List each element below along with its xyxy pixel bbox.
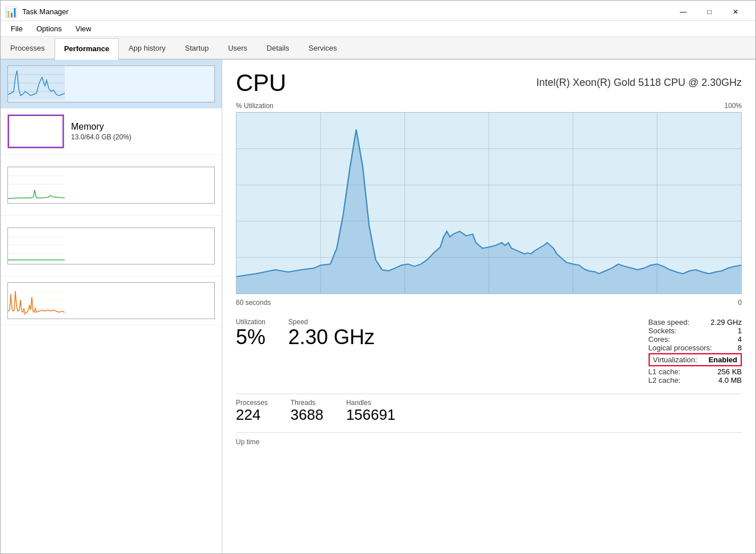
processes-value: 224 xyxy=(236,407,268,423)
maximize-button[interactable]: □ xyxy=(696,3,722,20)
speed-value: 2.30 GHz xyxy=(288,326,375,349)
sidebar-item-cpu[interactable]: CPU 5% 2.30 GHz xyxy=(1,60,222,109)
minimize-button[interactable]: — xyxy=(670,3,696,20)
tab-startup[interactable]: Startup xyxy=(175,37,218,59)
cores-value: 4 xyxy=(738,335,742,344)
threads-label: Threads xyxy=(290,399,323,407)
menu-file[interactable]: File xyxy=(5,23,28,34)
app-icon: 📊 xyxy=(5,6,18,18)
detail-subtitle: Intel(R) Xeon(R) Gold 5118 CPU @ 2.30GHz xyxy=(537,71,742,89)
tab-processes[interactable]: Processes xyxy=(1,37,55,59)
sidebar-item-disk1[interactable]: Disk 1 (D:) HDD 0% xyxy=(1,216,222,276)
handles-value: 156691 xyxy=(346,407,396,423)
chart-label-row-top: % Utilization 100% xyxy=(236,102,742,110)
base-speed-value: 2.29 GHz xyxy=(711,318,742,326)
memory-detail: 13.0/64.0 GB (20%) xyxy=(71,133,215,141)
memory-name: Memory xyxy=(71,122,215,132)
info-l2-cache: L2 cache: 4.0 MB xyxy=(649,376,742,385)
title-bar-left: 📊 Task Manager xyxy=(5,6,69,18)
sidebar: CPU 5% 2.30 GHz Memory 13.0/64.0 GB (20%… xyxy=(1,60,222,553)
ethernet-thumbnail xyxy=(7,282,215,319)
speed-label: Speed xyxy=(288,318,375,326)
cpu-chart xyxy=(236,112,742,294)
sidebar-item-memory[interactable]: Memory 13.0/64.0 GB (20%) xyxy=(1,109,222,155)
detail-title: CPU xyxy=(236,71,286,95)
tab-details[interactable]: Details xyxy=(257,37,299,59)
handles-block: Handles 156691 xyxy=(346,399,396,423)
disk1-thumbnail xyxy=(7,228,215,264)
info-sockets: Sockets: 1 xyxy=(649,326,742,335)
disk0-thumbnail xyxy=(7,167,215,204)
info-logical-processors: Logical processors: 8 xyxy=(649,344,742,352)
chart-bottom-row: 60 seconds 0 xyxy=(236,299,742,307)
info-base-speed: Base speed: 2.29 GHz xyxy=(649,318,742,326)
uptime-label: Up time xyxy=(236,438,259,446)
info-cores: Cores: 4 xyxy=(649,335,742,344)
chart-y-label: % Utilization xyxy=(236,102,273,110)
info-virtualization: Virtualization: Enabled xyxy=(649,353,742,366)
memory-thumbnail xyxy=(7,114,64,148)
stats-row-2: Processes 224 Threads 3688 Handles 15669… xyxy=(236,394,742,423)
detail-header: CPU Intel(R) Xeon(R) Gold 5118 CPU @ 2.3… xyxy=(236,71,742,95)
processes-block: Processes 224 xyxy=(236,399,268,423)
virtualization-value: Enabled xyxy=(708,355,737,364)
utilization-value: 5% xyxy=(236,326,265,349)
window-title: Task Manager xyxy=(22,7,69,16)
menu-options[interactable]: Options xyxy=(31,23,68,34)
logical-processors-label: Logical processors: xyxy=(649,344,712,352)
virtualization-label: Virtualization: xyxy=(653,355,697,364)
tab-performance[interactable]: Performance xyxy=(55,38,119,60)
sidebar-item-ethernet[interactable]: Ethernet Ethernet 3 S: 144 R: 64.0 Kbps xyxy=(1,276,222,325)
main-content: CPU 5% 2.30 GHz Memory 13.0/64.0 GB (20%… xyxy=(1,60,755,553)
handles-label: Handles xyxy=(346,399,396,407)
base-speed-label: Base speed: xyxy=(649,318,689,326)
utilization-block: Utilization 5% xyxy=(236,318,265,385)
threads-block: Threads 3688 xyxy=(290,399,323,423)
menu-bar: File Options View xyxy=(1,21,755,37)
chart-y-max: 100% xyxy=(724,102,742,110)
detail-panel: CPU Intel(R) Xeon(R) Gold 5118 CPU @ 2.3… xyxy=(222,60,755,553)
sidebar-item-disk0[interactable]: Disk 0 (C:) HDD 1% xyxy=(1,155,222,216)
tab-app-history[interactable]: App history xyxy=(119,37,175,59)
tab-users[interactable]: Users xyxy=(218,37,257,59)
info-l1-cache: L1 cache: 256 KB xyxy=(649,367,742,376)
tabs-bar: Processes Performance App history Startu… xyxy=(1,37,755,60)
sockets-value: 1 xyxy=(738,326,742,335)
chart-x-end: 0 xyxy=(738,299,742,307)
logical-processors-value: 8 xyxy=(738,344,742,352)
tab-services[interactable]: Services xyxy=(299,37,347,59)
stats-row-1: Utilization 5% Speed 2.30 GHz Base speed… xyxy=(236,318,742,385)
utilization-label: Utilization xyxy=(236,318,265,326)
window-controls: — □ ✕ xyxy=(670,3,749,20)
right-info-grid: Base speed: 2.29 GHz Sockets: 1 Cores: 4… xyxy=(649,318,742,385)
memory-info: Memory 13.0/64.0 GB (20%) xyxy=(71,122,215,141)
threads-value: 3688 xyxy=(290,407,323,423)
l2-cache-label: L2 cache: xyxy=(649,376,680,385)
title-bar: 📊 Task Manager — □ ✕ xyxy=(1,1,755,21)
sockets-label: Sockets: xyxy=(649,326,677,335)
l1-cache-value: 256 KB xyxy=(717,367,742,376)
cpu-thumbnail xyxy=(7,65,215,102)
speed-block: Speed 2.30 GHz xyxy=(288,318,375,385)
uptime-section: Up time xyxy=(236,432,742,446)
task-manager-window: 📊 Task Manager — □ ✕ File Options View P… xyxy=(0,0,756,554)
l2-cache-value: 4.0 MB xyxy=(718,376,742,385)
l1-cache-label: L1 cache: xyxy=(649,367,680,376)
close-button[interactable]: ✕ xyxy=(722,3,749,20)
chart-x-label: 60 seconds xyxy=(236,299,271,307)
cores-label: Cores: xyxy=(649,335,670,344)
processes-label: Processes xyxy=(236,399,268,407)
menu-view[interactable]: View xyxy=(70,23,97,34)
